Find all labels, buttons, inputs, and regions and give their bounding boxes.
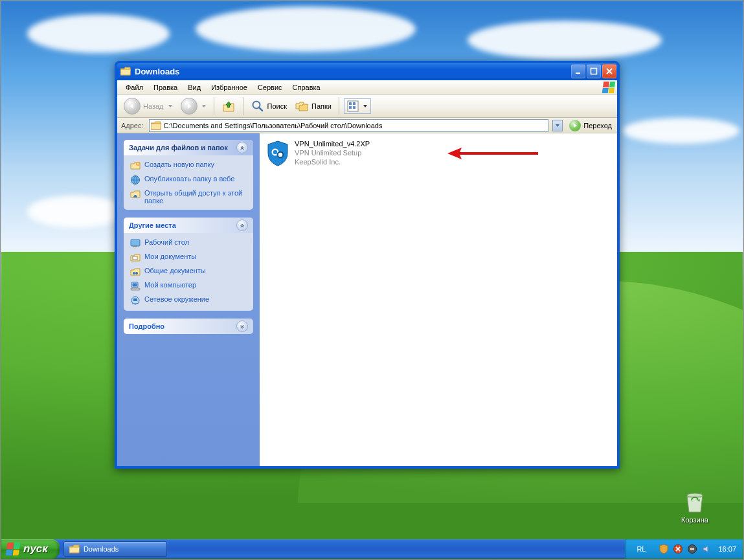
- details-panel-header[interactable]: Подробно: [124, 319, 253, 334]
- installer-shield-icon: [266, 140, 289, 167]
- menu-edit[interactable]: Правка: [149, 82, 182, 93]
- folder-icon: [69, 544, 80, 554]
- menu-favorites[interactable]: Избранное: [207, 82, 252, 93]
- svg-rect-5: [349, 102, 352, 105]
- titlebar[interactable]: Downloads: [117, 63, 618, 80]
- up-button[interactable]: [219, 98, 238, 115]
- back-arrow-icon: [124, 98, 141, 115]
- system-tray[interactable]: RL 16:07: [625, 539, 743, 559]
- address-input[interactable]: [164, 122, 547, 129]
- menu-view[interactable]: Вид: [183, 82, 205, 93]
- publish-web-icon: [130, 175, 141, 185]
- go-button[interactable]: Переход: [567, 120, 614, 131]
- taskbar-task-downloads[interactable]: Downloads: [63, 541, 167, 557]
- menubar: Файл Правка Вид Избранное Сервис Справка: [117, 80, 617, 95]
- address-label: Адрес:: [120, 122, 145, 129]
- menu-help[interactable]: Справка: [288, 82, 325, 93]
- folders-button[interactable]: Папки: [292, 98, 334, 115]
- forward-button[interactable]: [178, 96, 209, 116]
- recycle-bin-label: Корзина: [681, 516, 708, 524]
- clock[interactable]: 16:07: [718, 545, 736, 553]
- window-title: Downloads: [135, 67, 179, 76]
- address-field[interactable]: [149, 119, 549, 132]
- start-button[interactable]: пуск: [1, 539, 60, 559]
- places-panel-header[interactable]: Другие места: [124, 218, 253, 233]
- expand-icon[interactable]: [236, 320, 248, 332]
- tasks-panel: Задачи для файлов и папок Создать новую …: [124, 140, 253, 210]
- back-button[interactable]: Назад: [121, 96, 175, 116]
- windows-logo-icon: [603, 82, 614, 93]
- address-dropdown[interactable]: [552, 120, 563, 131]
- menu-file[interactable]: Файл: [121, 82, 148, 93]
- svg-point-14: [133, 272, 135, 274]
- go-icon: [569, 120, 581, 131]
- svg-rect-17: [133, 284, 137, 287]
- svg-rect-27: [690, 548, 694, 550]
- place-network[interactable]: Сетевое окружение: [130, 295, 247, 306]
- folders-icon: [295, 99, 309, 113]
- folder-icon: [120, 67, 131, 76]
- toolbar: Назад Поиск Папки: [117, 95, 617, 118]
- svg-rect-6: [353, 102, 355, 105]
- menu-tools[interactable]: Сервис: [253, 82, 287, 93]
- recycle-bin[interactable]: Корзина: [675, 487, 714, 524]
- language-indicator[interactable]: RL: [634, 544, 648, 554]
- tray-alert-icon[interactable]: [673, 544, 683, 554]
- task-publish-web[interactable]: Опубликовать папку в вебе: [130, 175, 247, 185]
- svg-rect-20: [133, 298, 137, 301]
- start-logo-icon: [6, 543, 21, 555]
- file-name: VPN_Unlimited_v4.2XP: [295, 140, 370, 149]
- svg-rect-2: [591, 69, 597, 74]
- views-icon: [347, 100, 359, 112]
- explorer-window: Downloads Файл Правка Вид Избранное Серв…: [115, 61, 620, 469]
- my-computer-icon: [130, 281, 141, 291]
- minimize-button[interactable]: [571, 64, 585, 78]
- desktop: Корзина Downloads Файл Правка Вид Избран…: [0, 0, 744, 560]
- maximize-button[interactable]: [587, 64, 601, 78]
- svg-point-15: [135, 272, 138, 274]
- place-my-computer[interactable]: Мой компьютер: [130, 281, 247, 291]
- details-panel: Подробно: [124, 319, 253, 334]
- my-documents-icon: [130, 252, 141, 263]
- file-list[interactable]: VPN_Unlimited_v4.2XP VPN Unlimited Setup…: [260, 133, 617, 466]
- svg-rect-13: [133, 256, 137, 260]
- desktop-icon: [130, 238, 141, 249]
- svg-rect-18: [131, 288, 140, 290]
- views-button[interactable]: [344, 98, 371, 114]
- tray-unplugged-icon[interactable]: [687, 544, 697, 554]
- collapse-icon[interactable]: [236, 219, 248, 231]
- file-desc: VPN Unlimited Setup: [295, 149, 370, 158]
- task-new-folder[interactable]: Создать новую папку: [130, 161, 247, 171]
- address-folder-icon: [151, 121, 161, 130]
- collapse-icon[interactable]: [236, 142, 248, 153]
- new-folder-icon: [130, 161, 141, 171]
- tray-volume-icon[interactable]: [701, 544, 712, 554]
- svg-rect-7: [349, 106, 352, 109]
- task-share-folder[interactable]: Открыть общий доступ к этой папке: [130, 189, 247, 205]
- place-my-documents[interactable]: Мои документы: [130, 252, 247, 263]
- file-item[interactable]: VPN_Unlimited_v4.2XP VPN Unlimited Setup…: [266, 140, 434, 167]
- address-bar: Адрес: Переход: [117, 118, 617, 133]
- place-shared-documents[interactable]: Общие документы: [130, 267, 247, 277]
- annotation-arrow-icon: [447, 146, 538, 162]
- taskbar: пуск Downloads RL 16:07: [1, 539, 743, 559]
- place-desktop[interactable]: Рабочий стол: [130, 238, 247, 249]
- up-folder-icon: [221, 99, 236, 113]
- shared-documents-icon: [130, 267, 141, 277]
- svg-rect-12: [133, 246, 137, 247]
- share-folder-icon: [130, 189, 141, 199]
- forward-arrow-icon: [181, 98, 197, 115]
- tasks-panel-header[interactable]: Задачи для файлов и папок: [124, 140, 253, 155]
- side-pane: Задачи для файлов и папок Создать новую …: [117, 133, 260, 466]
- svg-point-23: [278, 153, 282, 157]
- svg-rect-8: [353, 106, 355, 109]
- recycle-bin-icon: [682, 487, 707, 513]
- close-button[interactable]: [602, 64, 616, 78]
- svg-point-24: [273, 150, 277, 154]
- svg-rect-11: [131, 240, 140, 246]
- svg-rect-1: [576, 73, 580, 74]
- network-icon: [130, 295, 141, 306]
- search-button[interactable]: Поиск: [248, 98, 289, 115]
- tray-security-icon[interactable]: [659, 544, 669, 554]
- places-panel: Другие места Рабочий стол Мои документы: [124, 218, 253, 311]
